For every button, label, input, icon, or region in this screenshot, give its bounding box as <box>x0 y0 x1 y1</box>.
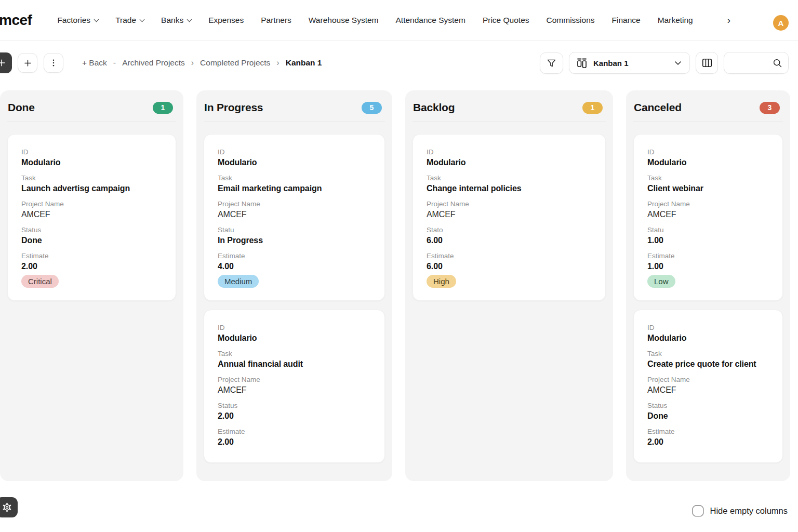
settings-button[interactable] <box>0 497 18 517</box>
breadcrumb-archived-projects[interactable]: Archived Projects <box>122 58 185 68</box>
breadcrumb: + Back - Archived Projects › Completed P… <box>82 58 322 68</box>
column-canceled: Canceled 3 IDModulario TaskClient webina… <box>626 90 790 481</box>
nav-item-finance[interactable]: Finance <box>612 16 641 25</box>
kanban-board: Done 1 IDModulario TaskLaunch advertisg … <box>0 90 798 481</box>
column-divider <box>204 122 385 122</box>
filter-button[interactable] <box>540 52 563 74</box>
nav-item-banks[interactable]: Banks <box>161 16 191 25</box>
priority-badge: High <box>427 275 456 288</box>
chevron-down-icon <box>140 17 145 22</box>
column-backlog: Backlog 1 IDModulario TaskChange interna… <box>405 90 613 481</box>
breadcrumb-current: Kanban 1 <box>286 58 322 68</box>
priority-badge: Critical <box>21 275 59 288</box>
columns-icon <box>701 57 713 69</box>
kanban-card[interactable]: IDModulario TaskAnnual financial audit P… <box>204 310 385 463</box>
chevron-down-icon <box>94 17 99 22</box>
breadcrumb-dash: - <box>113 58 116 68</box>
column-title: Backlog <box>413 101 455 114</box>
chevron-down-icon <box>187 17 192 22</box>
hide-empty-columns-label: Hide empty columns <box>710 506 788 516</box>
nav-overflow-chevron-icon[interactable]: › <box>727 15 730 26</box>
column-count-badge: 3 <box>760 102 780 114</box>
breadcrumb-separator: › <box>276 58 279 68</box>
columns-layout-button[interactable] <box>696 52 718 74</box>
kanban-card[interactable]: IDModulario TaskEmail marketing campaign… <box>204 134 385 301</box>
filter-funnel-icon <box>546 58 557 69</box>
kanban-card[interactable]: IDModulario TaskChange internal policies… <box>413 134 606 301</box>
breadcrumb-separator: › <box>191 58 194 68</box>
search-input[interactable] <box>729 59 771 67</box>
column-title: In Progress <box>204 101 263 114</box>
kanban-card[interactable]: IDModulario TaskCreate price quote for c… <box>633 310 783 463</box>
column-count-badge: 5 <box>362 102 382 114</box>
column-count-badge: 1 <box>582 102 603 114</box>
hide-empty-columns-control: Hide empty columns <box>693 506 788 516</box>
search-box <box>724 52 789 74</box>
top-navigation: mcef Factories Trade Banks Expenses Part… <box>0 0 798 41</box>
gear-icon <box>2 502 12 513</box>
column-divider <box>413 122 606 122</box>
plus-icon <box>0 58 7 68</box>
add-board-button[interactable] <box>0 52 12 73</box>
nav-item-marketing[interactable]: Marketing <box>658 16 693 25</box>
column-divider <box>7 122 176 122</box>
column-in-progress: In Progress 5 IDModulario TaskEmail mark… <box>196 90 392 481</box>
kanban-view-icon <box>576 57 588 69</box>
nav-item-factories[interactable]: Factories <box>57 16 98 25</box>
breadcrumb-completed-projects[interactable]: Completed Projects <box>200 58 270 68</box>
kanban-card[interactable]: IDModulario TaskLaunch advertisg campaig… <box>7 134 176 301</box>
board-toolbar: + Back - Archived Projects › Completed P… <box>0 47 798 79</box>
add-card-button[interactable] <box>18 53 37 73</box>
nav-item-expenses[interactable]: Expenses <box>208 16 244 25</box>
column-divider <box>633 122 783 122</box>
nav-item-warehouse-system[interactable]: Warehouse System <box>309 16 379 25</box>
toolbar-right-group: Kanban 1 <box>540 52 789 74</box>
chevron-down-icon <box>673 58 683 68</box>
priority-badge: Low <box>647 275 675 288</box>
search-icon <box>772 58 783 69</box>
nav-item-price-quotes[interactable]: Price Quotes <box>483 16 529 25</box>
hide-empty-columns-checkbox[interactable] <box>693 506 703 516</box>
app-logo[interactable]: mcef <box>0 12 32 29</box>
kanban-card[interactable]: IDModulario TaskClient webinar Project N… <box>633 134 783 301</box>
nav-item-attendance-system[interactable]: Attendance System <box>395 16 465 25</box>
column-done: Done 1 IDModulario TaskLaunch advertisg … <box>0 90 183 481</box>
more-options-button[interactable] <box>44 53 63 73</box>
nav-item-partners[interactable]: Partners <box>261 16 291 25</box>
column-count-badge: 1 <box>153 102 173 114</box>
nav-item-trade[interactable]: Trade <box>115 16 144 25</box>
main-menu: Factories Trade Banks Expenses Partners … <box>57 15 730 26</box>
column-title: Canceled <box>634 101 682 114</box>
kebab-menu-icon <box>49 58 58 68</box>
priority-badge: Medium <box>218 275 259 288</box>
column-title: Done <box>8 101 35 114</box>
view-selector-dropdown[interactable]: Kanban 1 <box>569 52 690 74</box>
nav-item-commissions[interactable]: Commissions <box>547 16 595 25</box>
view-selector-value: Kanban 1 <box>593 59 629 68</box>
user-avatar[interactable]: A <box>773 15 789 31</box>
back-link[interactable]: + Back <box>82 58 107 68</box>
plus-icon <box>23 58 33 68</box>
